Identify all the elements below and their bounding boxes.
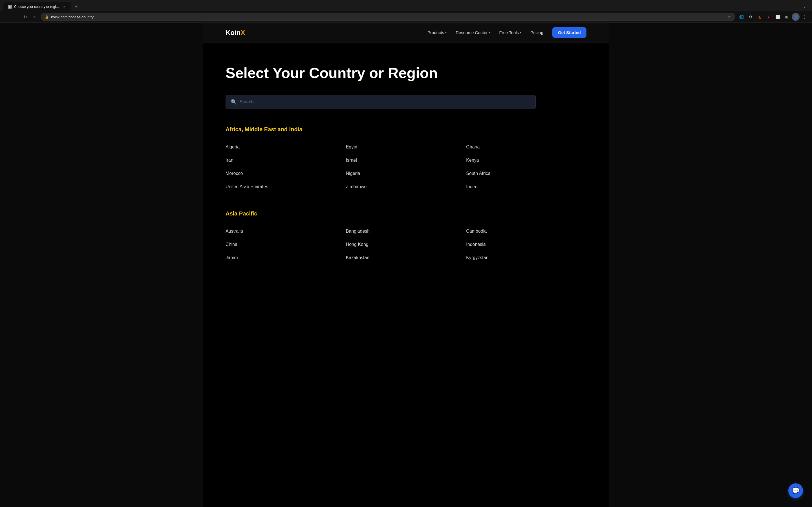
country-kyrgyzstan[interactable]: Kyrgyzstan (466, 251, 587, 265)
tab-favicon: X (8, 5, 12, 9)
region-asia-pacific: Asia Pacific Australia Bangladesh Cambod… (225, 210, 587, 265)
country-hong-kong[interactable]: Hong Kong (346, 238, 466, 251)
country-india[interactable]: India (466, 180, 587, 193)
toolbar-icon-2[interactable]: ⚙ (747, 13, 755, 21)
home-button[interactable]: ⌂ (31, 13, 38, 21)
country-indonesia[interactable]: Indonesia (466, 238, 587, 251)
search-input[interactable] (225, 95, 536, 109)
country-algeria[interactable]: Algeria (225, 140, 346, 154)
country-grid-asia: Australia Bangladesh Cambodia China Hong… (225, 225, 587, 265)
country-israel[interactable]: Israel (346, 154, 466, 167)
toolbar-icon-6[interactable]: ⊞ (783, 13, 791, 21)
logo-x: X (241, 29, 245, 36)
toolbar-icon-4[interactable]: ● (765, 13, 772, 21)
chat-icon: 💬 (792, 487, 800, 494)
toolbar-icon-5[interactable]: ⬜ (774, 13, 781, 21)
country-australia[interactable]: Australia (225, 225, 346, 238)
country-bangladesh[interactable]: Bangladesh (346, 225, 466, 238)
toolbar-icon-1[interactable]: 🌐 (738, 13, 746, 21)
country-grid-africa: Algeria Egypt Ghana Iran Israel Kenya Mo… (225, 140, 587, 193)
country-kazakhstan[interactable]: Kazakhstan (346, 251, 466, 265)
country-kenya[interactable]: Kenya (466, 154, 587, 167)
toolbar-icons: 🌐 ⚙ a ● ⬜ ⊞ 👤 ⋮ (738, 13, 809, 21)
back-button[interactable]: ← (3, 13, 11, 21)
country-morocco[interactable]: Morocco (225, 167, 346, 180)
active-tab[interactable]: X Choose your country or regio... × (3, 2, 71, 11)
url-bar[interactable]: 🔒 koinx.com/choose-country ☆ (41, 13, 735, 21)
browser-chrome: X Choose your country or regio... × + ⌄ … (0, 0, 812, 23)
nav-products[interactable]: Products ▾ (427, 30, 447, 35)
nav-links: Products ▾ Resource Center ▾ Free Tools … (427, 27, 587, 38)
country-ghana[interactable]: Ghana (466, 140, 587, 154)
chevron-down-icon: ▾ (445, 31, 447, 34)
more-options-icon[interactable]: ⋮ (801, 13, 809, 21)
logo-koin: Koin (225, 29, 241, 36)
page-content: KoinX Products ▾ Resource Center ▾ Free … (203, 23, 609, 507)
region-africa: Africa, Middle East and India Algeria Eg… (225, 126, 587, 193)
url-text: koinx.com/choose-country (51, 15, 725, 19)
country-japan[interactable]: Japan (225, 251, 346, 265)
region-africa-title: Africa, Middle East and India (225, 126, 587, 133)
tab-bar: X Choose your country or regio... × + ⌄ (0, 0, 812, 11)
chevron-down-icon: ▾ (489, 31, 490, 34)
region-asia-pacific-title: Asia Pacific (225, 210, 587, 217)
search-container: 🔍 (225, 95, 536, 109)
refresh-button[interactable]: ↻ (21, 13, 29, 21)
address-bar: ← → ↻ ⌂ 🔒 koinx.com/choose-country ☆ 🌐 ⚙… (0, 11, 812, 22)
main-content: Select Your Country or Region 🔍 Africa, … (203, 43, 609, 298)
nav-resource-center[interactable]: Resource Center ▾ (456, 30, 490, 35)
lock-icon: 🔒 (45, 15, 49, 19)
country-south-africa[interactable]: South Africa (466, 167, 587, 180)
tab-expand-button[interactable]: ⌄ (801, 3, 809, 11)
bookmark-icon[interactable]: ☆ (727, 15, 731, 19)
navigation-buttons: ← → ↻ ⌂ (3, 13, 38, 21)
tab-title: Choose your country or regio... (14, 5, 60, 9)
country-nigeria[interactable]: Nigeria (346, 167, 466, 180)
chat-button[interactable]: 💬 (788, 483, 803, 498)
navbar: KoinX Products ▾ Resource Center ▾ Free … (203, 23, 609, 43)
tab-close-button[interactable]: × (62, 4, 66, 9)
country-cambodia[interactable]: Cambodia (466, 225, 587, 238)
country-iran[interactable]: Iran (225, 154, 346, 167)
nav-pricing[interactable]: Pricing (530, 30, 543, 35)
forward-button[interactable]: → (12, 13, 20, 21)
country-uae[interactable]: United Arab Emirates (225, 180, 346, 193)
logo[interactable]: KoinX (225, 29, 245, 37)
search-icon: 🔍 (231, 99, 237, 105)
toolbar-icon-3[interactable]: a (756, 13, 763, 21)
chevron-down-icon: ▾ (520, 31, 521, 34)
country-egypt[interactable]: Egypt (346, 140, 466, 154)
country-zimbabwe[interactable]: Zimbabwe (346, 180, 466, 193)
user-avatar[interactable]: 👤 (792, 13, 800, 21)
new-tab-button[interactable]: + (72, 3, 80, 11)
country-china[interactable]: China (225, 238, 346, 251)
page-title: Select Your Country or Region (225, 65, 587, 81)
nav-free-tools[interactable]: Free Tools ▾ (499, 30, 522, 35)
get-started-button[interactable]: Get Started (552, 27, 587, 38)
